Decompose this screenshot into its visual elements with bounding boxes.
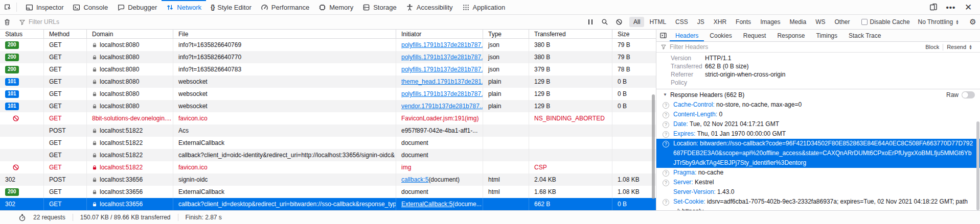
pick-element-button[interactable] xyxy=(0,0,15,14)
block-url-button[interactable]: Block xyxy=(922,44,943,50)
details-tab-cookies[interactable]: Cookies xyxy=(704,30,737,41)
details-tab-timings[interactable]: Timings xyxy=(810,30,843,41)
type-filter-js[interactable]: JS xyxy=(693,17,709,27)
initiator-link[interactable]: polyfills.1791b137de281b787... xyxy=(401,90,483,97)
type-filter-html[interactable]: HTML xyxy=(645,17,670,27)
initiator-link[interactable]: callback:5 xyxy=(401,176,428,183)
header-entry[interactable]: ?Content-Length: 0 xyxy=(656,110,980,119)
network-settings-gear-icon[interactable]: ⚙ xyxy=(966,17,980,27)
type-filter-fonts[interactable]: Fonts xyxy=(732,17,755,27)
header-entry[interactable]: ?Date: Tue, 02 Nov 2021 04:17:21 GMT xyxy=(656,119,980,129)
request-row[interactable]: 200GETlocalhost:8080info?t=1635826640770… xyxy=(0,51,656,63)
close-devtools-button[interactable]: ✕ xyxy=(961,2,976,13)
column-header-domain[interactable]: Domain xyxy=(87,30,173,38)
filter-headers-input[interactable] xyxy=(670,43,922,51)
details-tab-response[interactable]: Response xyxy=(771,30,810,41)
type-filter-media[interactable]: Media xyxy=(785,17,810,27)
devtools-tab-storage[interactable]: Storage xyxy=(358,0,401,14)
initiator-link[interactable]: polyfills.1791b137de281b787... xyxy=(401,66,483,73)
type-filter-xhr[interactable]: XHR xyxy=(710,17,731,27)
details-tab-headers[interactable]: Headers xyxy=(670,30,704,41)
type-filter-css[interactable]: CSS xyxy=(671,17,692,27)
devtools-tab-network[interactable]: Network xyxy=(162,0,206,14)
devtools-tab-application[interactable]: Application xyxy=(458,0,510,14)
request-row[interactable]: 302GETlocalhost:33656callback?client_id=… xyxy=(0,198,656,210)
header-value: 1.43.0 xyxy=(716,188,735,195)
header-entry[interactable]: ?Expires: Thu, 01 Jan 1970 00:00:00 GMT xyxy=(656,129,980,139)
clear-requests-button[interactable] xyxy=(0,18,14,26)
header-help-icon[interactable]: ? xyxy=(663,121,669,128)
request-row[interactable]: 302POSTlocalhost:33656signin-oidccallbac… xyxy=(0,173,656,186)
raw-toggle[interactable] xyxy=(962,91,975,98)
column-header-method[interactable]: Method xyxy=(44,30,87,38)
pause-traffic-button[interactable] xyxy=(583,19,598,24)
initiator-link[interactable]: polyfills.1791b137de281b787... xyxy=(401,54,483,61)
request-row[interactable]: POSTlocalhost:51822Acse957f897-042e-4ba1… xyxy=(0,125,656,137)
devtools-tab-style-editor[interactable]: {}Style Editor xyxy=(206,0,256,14)
request-row[interactable]: 101GETlocalhost:8080websocketpolyfills.1… xyxy=(0,88,656,100)
panel-toggle-button[interactable] xyxy=(656,30,670,41)
request-row[interactable]: 200GETlocalhost:33656ExternalCallbackdoc… xyxy=(0,186,656,198)
disable-cache-checkbox[interactable]: Disable Cache xyxy=(857,18,914,26)
domain-text: localhost:51822 xyxy=(100,164,143,171)
request-list-scrollbar[interactable] xyxy=(652,94,655,199)
initiator-link[interactable]: vendor.1791b137de281b787... xyxy=(401,103,483,110)
type-filter-images[interactable]: Images xyxy=(756,17,784,27)
header-entry[interactable]: ?Server: Kestrel xyxy=(656,178,980,187)
devtools-tab-console[interactable]: Console xyxy=(68,0,112,14)
filter-urls-input[interactable] xyxy=(29,18,233,26)
block-request-button[interactable] xyxy=(612,18,626,26)
column-header-transferred[interactable]: Transferred xyxy=(529,30,612,38)
details-tab-stack-trace[interactable]: Stack Trace xyxy=(843,30,886,41)
initiator-link[interactable]: polyfills.1791b137de281b787... xyxy=(401,41,483,48)
initiator-link[interactable]: ExternalCallback:5 xyxy=(401,201,452,208)
header-help-icon[interactable]: ? xyxy=(663,141,669,147)
type-filter-all[interactable]: All xyxy=(629,17,644,27)
request-row[interactable]: 101GETlocalhost:8080websockettheme_head.… xyxy=(0,76,656,88)
stopwatch-icon[interactable] xyxy=(18,214,26,221)
initiator-text: document xyxy=(401,152,428,159)
column-header-status[interactable]: Status xyxy=(0,30,44,38)
resend-button[interactable]: Resend ▲▼ xyxy=(943,44,976,50)
header-entry[interactable]: ?Pragma: no-cache xyxy=(656,168,980,178)
header-entry[interactable]: Server-Version: 1.43.0 xyxy=(656,187,980,197)
type-filter-other[interactable]: Other xyxy=(831,17,854,27)
transferred-cell: 2.04 KB xyxy=(529,173,612,186)
header-help-icon[interactable]: ? xyxy=(663,170,669,177)
responsive-design-mode-button[interactable] xyxy=(926,3,941,11)
throttling-select[interactable]: No Throttling ▲▼ xyxy=(914,18,963,26)
column-header-file[interactable]: File xyxy=(173,30,396,38)
search-requests-button[interactable] xyxy=(598,18,612,26)
request-row[interactable]: GET8bit-solutions-dev.onelogin....favico… xyxy=(0,112,656,125)
header-help-icon[interactable]: ? xyxy=(663,131,669,138)
header-help-icon[interactable]: ? xyxy=(663,102,669,109)
details-scrollbar[interactable] xyxy=(976,121,979,210)
devtools-tab-performance[interactable]: Performance xyxy=(256,0,314,14)
domain-text: localhost:8080 xyxy=(100,78,139,85)
column-header-size[interactable]: Size xyxy=(612,30,656,38)
details-tab-request[interactable]: Request xyxy=(738,30,772,41)
column-header-initiator[interactable]: Initiator xyxy=(396,30,483,38)
request-row[interactable]: GETlocalhost:51822ExternalCallbackdocume… xyxy=(0,137,656,149)
header-entry[interactable]: ?Set-Cookie: idsrv=adf6cba1-7075-402b-9e… xyxy=(656,197,980,210)
header-entry[interactable]: ?Cache-Control: no-store, no-cache, max-… xyxy=(656,100,980,110)
request-row[interactable]: GETlocalhost:51822callback?client_id=oid… xyxy=(0,149,656,161)
devtools-tab-debugger[interactable]: Debugger xyxy=(112,0,162,14)
request-row[interactable]: 200GETlocalhost:8080info?t=1635826640783… xyxy=(0,63,656,76)
devtools-tab-accessibility[interactable]: Accessibility xyxy=(401,0,458,14)
request-row[interactable]: 200GETlocalhost:8080info?t=1635826640769… xyxy=(0,39,656,51)
request-row[interactable]: 101GETlocalhost:8080websocketvendor.1791… xyxy=(0,100,656,112)
response-headers-section-header[interactable]: ▼ Response Headers (662 B) Raw xyxy=(656,89,980,100)
devtools-menu-button[interactable]: ••• xyxy=(943,3,959,12)
header-entry[interactable]: ?Location: bitwarden://sso-callback?code… xyxy=(656,139,980,168)
devtools-tab-inspector[interactable]: Inspector xyxy=(21,0,68,14)
column-header-type[interactable]: Type xyxy=(483,30,529,38)
devtools-tab-memory[interactable]: Memory xyxy=(314,0,358,14)
request-row[interactable]: GETlocalhost:51822favicon.icoimgCSP xyxy=(0,161,656,173)
initiator-link[interactable]: theme_head.1791b137de281... xyxy=(401,78,483,85)
header-help-icon[interactable]: ? xyxy=(663,112,669,118)
header-help-icon[interactable]: ? xyxy=(663,180,669,186)
initiator-link[interactable]: FaviconLoader.jsm:191 xyxy=(401,115,465,122)
header-help-icon[interactable]: ? xyxy=(663,199,669,206)
type-filter-ws[interactable]: WS xyxy=(811,17,829,27)
